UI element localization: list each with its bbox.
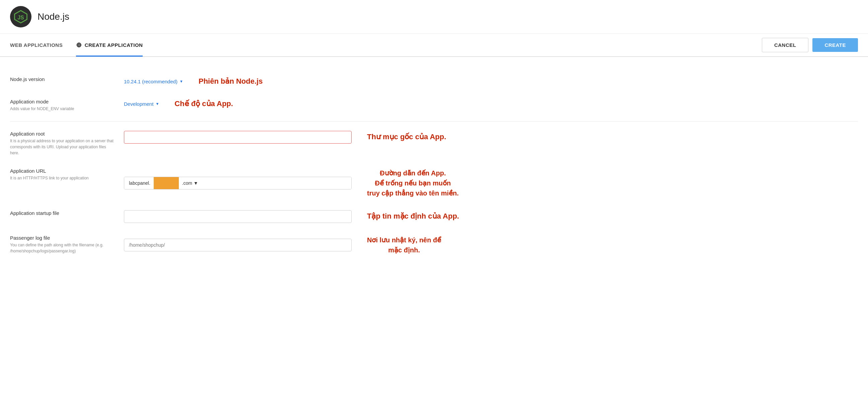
field-application-url: Application URL It is an HTTP/HTTPS link… (10, 162, 858, 204)
nodejs-version-control: 10.24.1 (recommended) ▼ Phiên bản Node.j… (124, 76, 858, 87)
app-root-input[interactable] (124, 131, 352, 143)
app-root-label-col: Application root It is a physical addres… (10, 131, 124, 156)
dropdown-arrow-icon: ▼ (180, 79, 183, 84)
divider-1 (10, 121, 858, 122)
field-application-root: Application root It is a physical addres… (10, 125, 858, 162)
tab-create-application[interactable]: ⊕ CREATE APPLICATION (76, 34, 143, 57)
passenger-log-input[interactable] (124, 239, 352, 252)
app-url-label-col: Application URL It is an HTTP/HTTPS link… (10, 168, 124, 181)
header: JS Node.js (0, 0, 868, 34)
app-url-wrapper: labcpanel. .com ▼ (124, 177, 352, 190)
dropdown-arrow-mode-icon: ▼ (155, 102, 159, 106)
field-application-mode: Application mode Adds value for NODE_ENV… (10, 93, 858, 118)
url-tld-select[interactable]: .com ▼ (179, 177, 202, 189)
annotation-app-mode: Chế độ của App. (175, 99, 233, 109)
main-content: Node.js version 10.24.1 (recommended) ▼ … (0, 57, 868, 274)
app-title: Node.js (37, 11, 69, 22)
url-domain-highlight (154, 177, 179, 189)
nodejs-version-dropdown[interactable]: 10.24.1 (recommended) ▼ (124, 79, 183, 85)
url-tld-arrow-icon: ▼ (193, 180, 198, 186)
annotation-nodejs-version: Phiên bản Node.js (198, 76, 262, 87)
url-prefix: labcpanel. (124, 177, 154, 189)
app-mode-dropdown[interactable]: Development ▼ (124, 101, 159, 107)
app-mode-control: Development ▼ Chế độ của App. (124, 99, 858, 109)
nav-tabs: WEB APPLICATIONS ⊕ CREATE APPLICATION CA… (0, 34, 868, 57)
tab-web-applications[interactable]: WEB APPLICATIONS (10, 35, 63, 55)
annotation-passenger-log: Nơi lưu nhật ký, nên để mặc định. (367, 235, 441, 255)
passenger-log-label: Passenger log file (10, 235, 114, 241)
action-buttons: CANCEL CREATE (762, 34, 858, 56)
create-icon: ⊕ (76, 41, 82, 49)
passenger-log-label-col: Passenger log file You can define the pa… (10, 235, 124, 254)
field-nodejs-version: Node.js version 10.24.1 (recommended) ▼ … (10, 70, 858, 93)
create-application-label: CREATE APPLICATION (85, 42, 143, 48)
annotation-app-root: Thư mục gốc của App. (367, 132, 446, 142)
nodejs-version-label-col: Node.js version (10, 76, 124, 84)
app-url-control: labcpanel. .com ▼ Đường dẫn đến App. Để … (124, 168, 858, 198)
field-passenger-log: Passenger log file You can define the pa… (10, 229, 858, 261)
app-root-control: Thư mục gốc của App. (124, 131, 858, 143)
app-mode-hint: Adds value for NODE_ENV variable (10, 106, 114, 112)
field-startup-file: Application startup file Tập tin mặc địn… (10, 204, 858, 229)
svg-text:JS: JS (18, 15, 24, 21)
web-applications-label: WEB APPLICATIONS (10, 42, 63, 48)
app-url-label: Application URL (10, 168, 114, 174)
app-root-hint: It is a physical address to your applica… (10, 138, 114, 156)
create-button[interactable]: CREATE (812, 38, 858, 52)
app-mode-label: Application mode (10, 99, 114, 104)
annotation-app-url: Đường dẫn đến App. Để trống nếu bạn muốn… (367, 168, 459, 198)
annotation-startup: Tập tin mặc định của App. (367, 211, 459, 222)
app-url-hint: It is an HTTP/HTTPS link to your applica… (10, 175, 114, 181)
passenger-log-control: Nơi lưu nhật ký, nên để mặc định. (124, 235, 858, 255)
cancel-button[interactable]: CANCEL (762, 38, 809, 52)
passenger-log-hint: You can define the path along with the f… (10, 242, 114, 254)
app-mode-label-col: Application mode Adds value for NODE_ENV… (10, 99, 124, 112)
url-path-input[interactable] (202, 177, 351, 189)
startup-control: Tập tin mặc định của App. (124, 210, 858, 223)
app-root-label: Application root (10, 131, 114, 137)
nodejs-version-label: Node.js version (10, 76, 114, 82)
startup-label: Application startup file (10, 210, 114, 216)
startup-file-input[interactable] (124, 210, 352, 223)
startup-label-col: Application startup file (10, 210, 124, 217)
nodejs-logo: JS (10, 6, 31, 28)
